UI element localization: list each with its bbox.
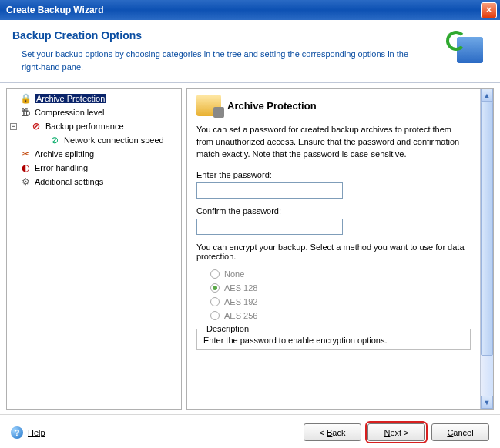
archive-protection-icon <box>196 95 221 116</box>
category-tree[interactable]: 🔒 Archive Protection 🗜 Compression level… <box>6 88 182 410</box>
tree-item-backup-performance[interactable]: − ⊘ Backup performance <box>8 119 180 133</box>
radio-icon <box>210 283 220 293</box>
radio-icon <box>210 269 220 279</box>
vertical-scrollbar[interactable]: ▲ ▼ <box>480 89 493 409</box>
page-subtitle: Set your backup options by choosing cate… <box>12 48 413 73</box>
tree-item-network-speed[interactable]: ⊘ Network connection speed <box>8 133 180 147</box>
scroll-thumb[interactable] <box>481 102 493 356</box>
lock-icon: 🔒 <box>19 92 32 105</box>
window-title: Create Backup Wizard <box>3 5 481 15</box>
panel-description: You can set a password for created backu… <box>196 124 471 161</box>
password-label: Enter the password: <box>196 170 471 179</box>
fieldset-text: Enter the password to enable encryption … <box>203 336 464 345</box>
radio-icon <box>210 311 220 320</box>
wizard-header: Backup Creation Options Set your backup … <box>0 20 500 83</box>
splitting-icon: ✂ <box>19 148 32 160</box>
scroll-up-button[interactable]: ▲ <box>481 89 493 102</box>
settings-panel: Archive Protection You can set a passwor… <box>186 88 494 410</box>
tree-item-archive-splitting[interactable]: ✂ Archive splitting <box>8 147 180 161</box>
encryption-option-aes256: AES 256 <box>196 309 471 323</box>
scroll-down-button[interactable]: ▼ <box>481 396 493 409</box>
network-icon: ⊘ <box>49 134 61 146</box>
encryption-option-none: None <box>196 267 471 281</box>
wizard-header-icon <box>446 29 483 63</box>
panel-title: Archive Protection <box>227 100 317 112</box>
encryption-description: You can encrypt your backup. Select a me… <box>196 242 471 261</box>
tree-collapse-toggle[interactable]: − <box>10 123 17 130</box>
page-title: Backup Creation Options <box>12 29 446 42</box>
radio-icon <box>210 297 220 306</box>
cancel-button[interactable]: Cancel <box>431 423 489 441</box>
next-button[interactable]: Next > <box>367 423 425 441</box>
error-icon: ◐ <box>19 162 32 174</box>
tree-item-error-handling[interactable]: ◐ Error handling <box>8 161 180 175</box>
encryption-option-aes128: AES 128 <box>196 281 471 295</box>
close-button[interactable]: × <box>481 2 497 18</box>
confirm-password-label: Confirm the password: <box>196 206 471 216</box>
help-link[interactable]: ? Help <box>11 426 45 439</box>
password-input[interactable] <box>196 182 343 199</box>
tree-item-compression-level[interactable]: 🗜 Compression level <box>8 105 180 119</box>
wizard-footer: ? Help < Back Next > Cancel <box>0 414 500 448</box>
performance-icon: ⊘ <box>30 120 42 132</box>
tree-item-additional-settings[interactable]: ⚙ Additional settings <box>8 175 180 189</box>
titlebar[interactable]: Create Backup Wizard × <box>0 0 500 20</box>
back-button[interactable]: < Back <box>304 423 361 441</box>
compression-icon: 🗜 <box>19 106 32 119</box>
description-fieldset: Description Enter the password to enable… <box>196 329 471 350</box>
tree-item-archive-protection[interactable]: 🔒 Archive Protection <box>8 92 180 105</box>
help-icon: ? <box>11 426 23 439</box>
encryption-option-aes192: AES 192 <box>196 295 471 309</box>
fieldset-legend: Description <box>203 324 252 333</box>
confirm-password-input[interactable] <box>196 219 343 235</box>
settings-icon: ⚙ <box>19 176 32 188</box>
